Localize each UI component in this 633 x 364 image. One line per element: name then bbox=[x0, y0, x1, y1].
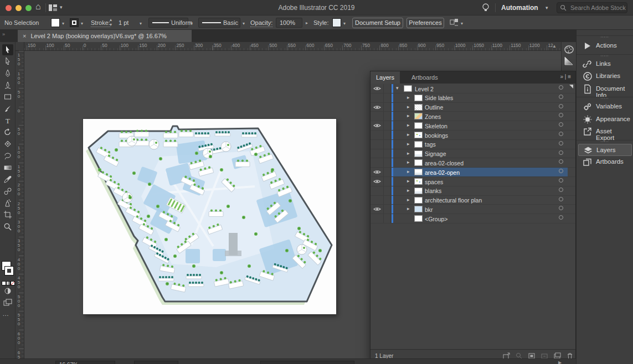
chevron-down-icon[interactable]: ▾ bbox=[62, 21, 64, 26]
layer-thumbnail[interactable] bbox=[414, 197, 423, 204]
target-circle[interactable] bbox=[559, 188, 563, 192]
target-circle[interactable] bbox=[559, 197, 563, 201]
target-circle[interactable] bbox=[559, 150, 563, 155]
layer-row-side-lables[interactable]: ▸Side lables bbox=[370, 93, 575, 103]
layer-row-area-02-closed[interactable]: ▸area-02-closed bbox=[370, 158, 575, 168]
chevron-down-icon[interactable]: ▾ bbox=[343, 21, 346, 26]
type-tool[interactable]: T bbox=[2, 115, 13, 126]
chevron-right-icon[interactable]: ▸ bbox=[407, 95, 410, 100]
chevron-down-icon[interactable]: ▾ bbox=[191, 21, 193, 26]
lock-toggle[interactable] bbox=[384, 186, 391, 195]
vertical-ruler[interactable]: 1 5 01 0 05 005 01 0 01 5 02 0 02 5 03 0… bbox=[16, 51, 24, 358]
curvature-tool[interactable] bbox=[2, 80, 13, 91]
artboard-tool[interactable] bbox=[2, 209, 13, 220]
layer-row-blanks[interactable]: ▸blanks bbox=[370, 186, 575, 196]
layer-name[interactable]: spaces bbox=[425, 179, 443, 185]
layer-row-architectural-floor-plan[interactable]: ▸architectural floor plan bbox=[370, 196, 575, 205]
stroke-proxy-swatch[interactable] bbox=[5, 267, 13, 275]
target-circle[interactable] bbox=[559, 178, 563, 183]
lock-toggle[interactable] bbox=[384, 84, 391, 93]
chevron-right-icon[interactable]: ▸ bbox=[407, 141, 410, 147]
layer-name[interactable]: Side lables bbox=[425, 95, 453, 101]
visibility-toggle[interactable] bbox=[370, 205, 384, 214]
paintbrush-tool[interactable] bbox=[2, 103, 13, 115]
isolate-mode-icon[interactable] bbox=[450, 19, 459, 26]
layer-thumbnail[interactable] bbox=[414, 178, 423, 185]
visibility-toggle[interactable] bbox=[370, 214, 384, 223]
stroke-color-swatch[interactable] bbox=[70, 18, 79, 27]
chevron-right-icon[interactable]: ▸ bbox=[407, 197, 410, 202]
chevron-right-icon[interactable]: ▸ bbox=[407, 122, 410, 128]
artboard-navigation[interactable] bbox=[134, 361, 178, 364]
draw-mode-icon[interactable] bbox=[4, 288, 12, 294]
layer-name[interactable]: architectural floor plan bbox=[425, 197, 482, 204]
layer-name[interactable]: blanks bbox=[425, 188, 441, 194]
lock-toggle[interactable] bbox=[384, 140, 391, 149]
preferences-button[interactable]: Preferences bbox=[406, 18, 444, 28]
adobe-stock-search-input[interactable]: Search Adobe Stock bbox=[557, 2, 627, 13]
opacity-field[interactable]: 100% bbox=[276, 18, 302, 28]
lasso-tool[interactable] bbox=[2, 150, 13, 162]
layer-row-zones[interactable]: ▸Zones bbox=[370, 112, 575, 121]
lock-toggle[interactable] bbox=[384, 149, 391, 158]
dock-button-variables[interactable]: Variables bbox=[578, 101, 632, 113]
layer-thumbnail[interactable] bbox=[404, 85, 412, 92]
layer-row--group-[interactable]: <Group> bbox=[370, 214, 575, 223]
layer-name[interactable]: area-02-closed bbox=[425, 160, 464, 167]
target-circle[interactable] bbox=[559, 122, 563, 127]
dock-button-actions[interactable]: Actions bbox=[578, 40, 632, 52]
visibility-toggle[interactable] bbox=[370, 140, 384, 149]
layer-row-bkr[interactable]: ▸bkr bbox=[370, 205, 575, 214]
visibility-toggle[interactable] bbox=[370, 131, 384, 139]
chevron-down-icon[interactable]: ▾ bbox=[243, 21, 245, 26]
visibility-toggle[interactable] bbox=[370, 177, 384, 186]
color-panel-icon[interactable] bbox=[564, 45, 574, 54]
status-expand-icon[interactable]: ▶ bbox=[558, 360, 562, 364]
chevron-down-icon[interactable]: ▾ bbox=[140, 21, 142, 26]
lock-toggle[interactable] bbox=[384, 121, 391, 130]
dock-button-asset-export[interactable]: Asset Export bbox=[578, 126, 632, 138]
layer-name[interactable]: Signage bbox=[425, 150, 446, 157]
shape-builder-tool[interactable] bbox=[2, 138, 13, 149]
ruler-scroll-icon[interactable]: ▲ bbox=[552, 44, 557, 49]
layer-row-outline[interactable]: ▸Outline bbox=[370, 103, 575, 112]
zoom-tool[interactable] bbox=[2, 221, 13, 232]
layer-thumbnail[interactable] bbox=[414, 206, 423, 212]
chevron-right-icon[interactable]: ▸ bbox=[407, 188, 410, 193]
layer-thumbnail[interactable] bbox=[414, 132, 423, 138]
edit-toolbar-icon[interactable]: ... bbox=[3, 311, 9, 317]
layer-name[interactable]: Outline bbox=[425, 104, 443, 111]
lock-toggle[interactable] bbox=[384, 93, 391, 102]
target-circle[interactable] bbox=[559, 215, 563, 220]
layer-name[interactable]: tags bbox=[425, 141, 436, 148]
visibility-toggle[interactable] bbox=[370, 84, 384, 93]
lock-toggle[interactable] bbox=[384, 168, 391, 176]
zoom-level-select[interactable]: 16.67% bbox=[55, 361, 115, 364]
panel-menu-icon[interactable]: » | ≡ bbox=[560, 74, 571, 80]
layer-row-skeleton[interactable]: ▸Skeleton bbox=[370, 121, 575, 131]
target-circle[interactable] bbox=[559, 132, 563, 136]
visibility-toggle[interactable] bbox=[370, 149, 384, 158]
visibility-toggle[interactable] bbox=[370, 196, 384, 205]
dock-button-layers[interactable]: Layers bbox=[578, 144, 632, 156]
none-mini-swatch[interactable] bbox=[11, 281, 15, 285]
gradient-tool[interactable] bbox=[2, 162, 13, 173]
chevron-down-icon[interactable]: ▾ bbox=[81, 21, 83, 26]
document-tab[interactable]: ×Level 2 Map (booking overlays)V6.svg* @… bbox=[18, 30, 192, 42]
stroke-width-value[interactable]: 1 pt bbox=[119, 19, 128, 26]
layer-thumbnail[interactable] bbox=[414, 150, 423, 157]
tab-layers[interactable]: Layers bbox=[370, 71, 400, 84]
fill-color-swatch[interactable] bbox=[51, 18, 60, 27]
lock-toggle[interactable] bbox=[384, 112, 391, 121]
selection-tool[interactable] bbox=[2, 44, 13, 55]
layer-thumbnail[interactable] bbox=[414, 159, 423, 166]
chevron-right-icon[interactable]: ▸ bbox=[407, 150, 410, 156]
chevron-down-icon[interactable]: ▾ bbox=[461, 21, 463, 26]
layer-thumbnail[interactable] bbox=[414, 188, 423, 194]
visibility-toggle[interactable] bbox=[370, 158, 384, 167]
artboard[interactable] bbox=[83, 119, 336, 314]
chevron-right-icon[interactable]: ▸ bbox=[407, 206, 410, 211]
layer-row-bookings[interactable]: ▸bookings bbox=[370, 131, 575, 140]
target-circle[interactable] bbox=[559, 159, 563, 164]
close-tab-icon[interactable]: × bbox=[23, 33, 26, 39]
